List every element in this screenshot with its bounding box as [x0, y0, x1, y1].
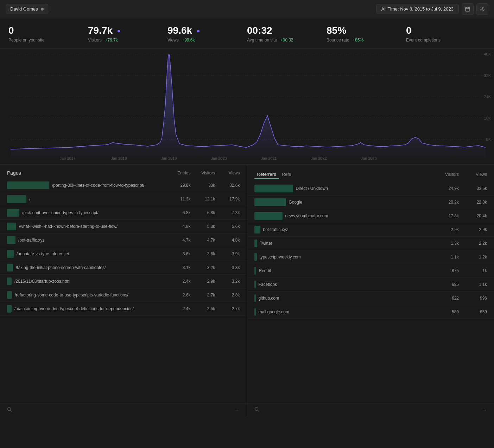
referrer-row[interactable]: Facebook 685 1.1k	[247, 278, 494, 292]
stat-bounce-label: Bounce rate +85%	[327, 38, 406, 43]
stat-events-label: Event completions	[406, 38, 486, 43]
svg-line-25	[258, 410, 259, 411]
ref-bar	[254, 226, 260, 233]
row-page-name: /annotate-vs-type-inference/	[7, 250, 166, 258]
ref-arrow-icon[interactable]: →	[481, 407, 487, 413]
referrer-row[interactable]: Google 20.2k 22.8k	[247, 196, 494, 209]
pages-rows: /porting-30k-lines-of-code-from-flow-to-…	[0, 179, 247, 403]
ref-label: typescript-weekly.com	[260, 255, 301, 260]
row-views: 7.3k	[215, 210, 240, 215]
stat-bounce-value: 85%	[327, 25, 406, 36]
referrer-row[interactable]: news.ycombinator.com 17.8k 20.4k	[247, 209, 494, 223]
stat-bounce-change: +85%	[353, 38, 363, 43]
stat-events-value: 0	[406, 25, 486, 36]
settings-icon	[480, 7, 485, 12]
referrer-row[interactable]: bot-traffic.xyz 2.9k 2.9k	[247, 223, 494, 237]
pages-arrow-icon[interactable]: →	[234, 407, 240, 413]
table-row[interactable]: /porting-30k-lines-of-code-from-flow-to-…	[0, 179, 247, 192]
row-ref-name: Facebook	[254, 281, 431, 288]
row-label: /what-i-wish-i-had-known-before-starting…	[19, 224, 118, 229]
row-page-name: /taking-the-initial-phone-screen-with-ca…	[7, 264, 166, 271]
tab-refs[interactable]: Refs	[279, 170, 294, 179]
stat-avg-time-change: +00:32	[280, 38, 293, 43]
pages-col-views: Views	[215, 171, 240, 175]
row-entries: 4.7k	[166, 238, 191, 243]
row-label: /maintaining-overridden-typescript-defin…	[14, 306, 134, 311]
row-bar	[7, 195, 26, 203]
stats-row: 0 People on your site 79.7k Visitors +79…	[0, 18, 494, 49]
site-selector[interactable]: David Gomes	[6, 4, 48, 14]
row-bar	[7, 305, 12, 313]
stat-visitors-change: +79.7k	[105, 38, 118, 43]
row-views: 2.7k	[215, 306, 240, 311]
row-bar	[7, 181, 49, 189]
row-entries: 29.8k	[166, 183, 191, 188]
table-row[interactable]: /annotate-vs-type-inference/ 3.6k 3.6k 3…	[0, 247, 247, 261]
table-row[interactable]: /bot-traffic.xyz 4.7k 4.7k 4.8k	[0, 233, 247, 247]
stat-avg-time-value: 00:32	[247, 25, 327, 36]
date-range-container: All Time: Nov 8, 2015 to Jul 9, 2023	[376, 3, 488, 15]
row-bar	[7, 250, 14, 258]
referrer-row[interactable]: github.com 622 996	[247, 292, 494, 305]
tab-referrers[interactable]: Referrers	[254, 170, 279, 179]
svg-text:Jan 2023: Jan 2023	[361, 156, 376, 160]
row-entries: 2.6k	[166, 293, 191, 297]
row-entries: 3.6k	[166, 251, 191, 256]
ref-search-icon[interactable]	[254, 407, 260, 413]
row-visitors: 2.9k	[191, 279, 215, 284]
row-visitors: 2.5k	[191, 306, 215, 311]
table-row[interactable]: /what-i-wish-i-had-known-before-starting…	[0, 220, 247, 233]
ref-views: 2.2k	[459, 241, 487, 246]
referrer-row[interactable]: typescript-weekly.com 1.1k 1.2k	[247, 250, 494, 264]
referrers-header: Referrers Refs Visitors Views	[247, 165, 494, 182]
ref-visitors: 1.1k	[431, 255, 459, 260]
ref-col-views: Views	[459, 172, 487, 177]
row-ref-name: typescript-weekly.com	[254, 253, 431, 261]
referrer-row[interactable]: Reddit 875 1k	[247, 264, 494, 278]
row-bar	[7, 209, 19, 217]
header: David Gomes All Time: Nov 8, 2015 to Jul…	[0, 0, 494, 18]
row-label: /bot-traffic.xyz	[18, 238, 44, 243]
table-row[interactable]: /refactoring-some-code-to-use-typescript…	[0, 288, 247, 302]
referrers-footer: →	[247, 403, 494, 417]
row-label: /	[29, 197, 30, 201]
table-row[interactable]: /pick-omit-over-union-types-in-typescrip…	[0, 206, 247, 220]
svg-text:8K: 8K	[486, 137, 491, 141]
ref-visitors: 2.9k	[431, 227, 459, 232]
ref-visitors: 622	[431, 296, 459, 301]
row-visitors: 6.8k	[191, 210, 215, 215]
row-ref-name: news.ycombinator.com	[254, 212, 431, 220]
ref-label: github.com	[259, 296, 279, 301]
calendar-icon-button[interactable]	[462, 3, 474, 15]
ref-bar	[254, 253, 257, 261]
table-row[interactable]: /maintaining-overridden-typescript-defin…	[0, 302, 247, 316]
ref-visitors: 875	[431, 268, 459, 273]
row-ref-name: mail.google.com	[254, 308, 431, 316]
table-row[interactable]: /2015/11/08/startup-zoos.html 2.4k 2.9k …	[0, 275, 247, 288]
row-views: 5.6k	[215, 224, 240, 229]
row-ref-name: Direct / Unknown	[254, 185, 431, 192]
ref-views: 22.8k	[459, 200, 487, 205]
row-ref-name: Twitter	[254, 239, 431, 247]
stat-visitors-label: Visitors +79.7k	[88, 38, 167, 43]
referrer-row[interactable]: mail.google.com 580 659	[247, 305, 494, 319]
svg-text:Jan 2017: Jan 2017	[59, 156, 75, 160]
referrers-panel: Referrers Refs Visitors Views Direct / U…	[247, 165, 494, 417]
ref-label: Twitter	[260, 241, 272, 246]
referrer-row[interactable]: Direct / Unknown 24.9k 33.5k	[247, 182, 494, 196]
referrer-row[interactable]: Twitter 1.3k 2.2k	[247, 237, 494, 250]
visitors-dot	[118, 30, 120, 32]
table-row[interactable]: / 11.3k 12.1k 17.9k	[0, 192, 247, 206]
table-row[interactable]: /taking-the-initial-phone-screen-with-ca…	[0, 261, 247, 275]
ref-visitors: 685	[431, 282, 459, 287]
pages-panel: Pages Entries Visitors Views /porting-30…	[0, 165, 247, 417]
ref-label: Facebook	[259, 282, 277, 287]
date-range-button[interactable]: All Time: Nov 8, 2015 to Jul 9, 2023	[376, 4, 459, 14]
stat-views: 99.6k Views +99.6k	[167, 25, 247, 43]
settings-icon-button[interactable]	[476, 3, 488, 15]
svg-text:24K: 24K	[484, 95, 491, 99]
pages-search-icon[interactable]	[7, 407, 12, 413]
row-bar	[7, 264, 13, 271]
ref-col-visitors: Visitors	[431, 172, 459, 177]
svg-line-23	[11, 410, 12, 411]
